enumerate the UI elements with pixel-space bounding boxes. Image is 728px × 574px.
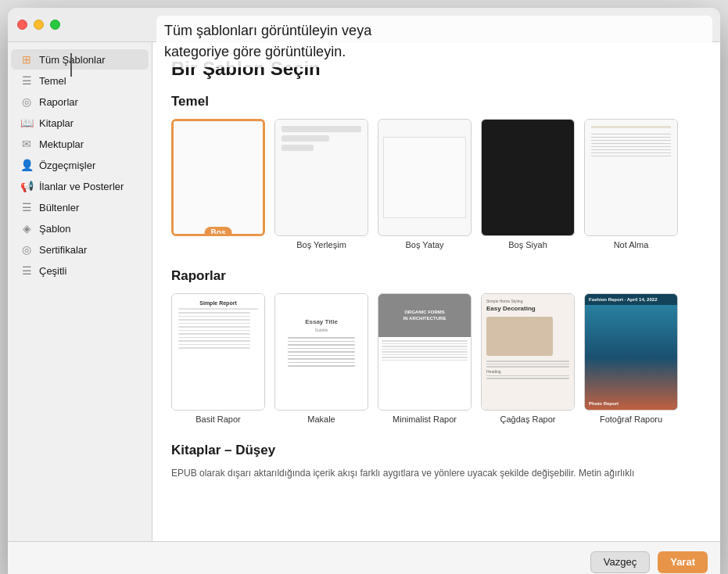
books-section-title: Kitaplar – Düşey	[171, 443, 701, 458]
sidebar-item-posters[interactable]: 📢 İlanlar ve Posterler	[11, 176, 149, 196]
photo-bg: Photo Report	[585, 305, 677, 410]
sidebar-label-basic: Temel	[39, 75, 66, 87]
note-line-4	[591, 143, 671, 144]
template-essay[interactable]: Essay Title Subtitle	[274, 293, 368, 424]
sidebar: ⊞ Tüm Şablonlar ☰ Temel ◎ Raporlar 📖 Kit…	[8, 42, 152, 541]
blank-landscape-label: Boş Yatay	[405, 240, 443, 249]
essay-line-7	[288, 358, 356, 360]
note-line-3	[591, 140, 671, 141]
essay-line-8	[288, 362, 356, 364]
traffic-lights	[17, 20, 60, 30]
template-icon: ◈	[20, 222, 33, 235]
photo-report-thumb[interactable]: Fashion Report · April 14, 2022 Photo Re…	[584, 293, 678, 411]
sidebar-item-books[interactable]: 📖 Kitaplar	[11, 113, 149, 133]
template-minimalist[interactable]: ORGANIC FORMSIN ARCHITECTURE	[378, 293, 472, 424]
simple-report-title-text: Simple Report	[178, 300, 258, 306]
sidebar-item-stationery[interactable]: ◈ Şablon	[11, 218, 149, 239]
note-taking-label: Not Alma	[614, 240, 649, 249]
photo-report-preview: Fashion Report · April 14, 2022 Photo Re…	[585, 294, 677, 410]
essay-thumb[interactable]: Essay Title Subtitle	[274, 293, 368, 411]
minimalist-thumb[interactable]: ORGANIC FORMSIN ARCHITECTURE	[378, 293, 472, 411]
main-layout: ⊞ Tüm Şablonlar ☰ Temel ◎ Raporlar 📖 Kit…	[8, 42, 720, 541]
news-icon: ☰	[20, 201, 33, 213]
essay-line-2	[288, 341, 356, 343]
minimize-button[interactable]	[34, 20, 44, 30]
layout-line-2	[282, 135, 329, 142]
sidebar-item-basic[interactable]: ☰ Temel	[11, 70, 149, 91]
modern-label: Çağdaş Rapor	[500, 414, 556, 424]
dec-line-1	[486, 361, 569, 362]
basic-section: Temel Boş	[171, 94, 701, 249]
min-line-6	[382, 354, 468, 356]
sidebar-item-misc[interactable]: ☰ Çeşitli	[11, 260, 149, 281]
blank-layout-thumb[interactable]	[274, 119, 368, 236]
template-blank-layout[interactable]: Boş Yerleşim	[274, 119, 368, 249]
essay-line-3	[288, 344, 356, 346]
cancel-button[interactable]: Vazgeç	[590, 551, 650, 573]
template-simple-report[interactable]: Simple Report	[171, 293, 265, 424]
min-line-7	[382, 357, 468, 358]
blank-layout-label: Boş Yerleşim	[296, 240, 346, 249]
basic-section-title: Temel	[171, 94, 701, 109]
main-window: Tüm şablonları görüntüleyin veya kategor…	[8, 8, 720, 574]
blank-thumb[interactable]: Boş	[171, 119, 265, 236]
note-header-line	[591, 126, 671, 128]
landscape-preview	[383, 137, 466, 218]
megaphone-icon: 📢	[20, 180, 33, 192]
doc-icon: ☰	[20, 74, 33, 87]
template-blank-landscape[interactable]: Boş Yatay	[378, 119, 472, 249]
cert-icon: ◎	[20, 243, 33, 256]
template-note-taking[interactable]: Not Alma	[584, 119, 678, 249]
template-modern[interactable]: Simple Home Styling Easy Decorating Head…	[481, 293, 575, 424]
sr-line-12	[178, 347, 250, 349]
sidebar-item-certs[interactable]: ◎ Sertifikalar	[11, 239, 149, 260]
close-button[interactable]	[17, 20, 27, 30]
dec-small-text: Simple Home Styling	[486, 299, 569, 303]
note-preview	[585, 120, 677, 235]
dec-line-4	[486, 375, 569, 377]
sidebar-label-certs: Sertifikalar	[39, 244, 87, 256]
misc-icon: ☰	[20, 264, 33, 277]
blank-black-label: Boş Siyah	[508, 240, 547, 249]
sr-line-2	[178, 312, 250, 314]
note-thumb[interactable]	[584, 119, 678, 236]
photo-report-label: Fotoğraf Raporu	[600, 414, 662, 424]
note-line-6	[591, 149, 671, 150]
sidebar-label-reports: Raporlar	[39, 96, 78, 108]
note-line-5	[591, 146, 671, 147]
sr-line-10	[178, 340, 250, 342]
book-icon: 📖	[20, 117, 33, 129]
simple-report-thumb[interactable]: Simple Report	[171, 293, 265, 411]
sidebar-label-resumes: Özgeçmişler	[39, 160, 95, 171]
essay-subtitle: Subtitle	[315, 328, 328, 332]
template-blank[interactable]: Boş	[171, 119, 265, 249]
zoom-button[interactable]	[50, 20, 60, 30]
titlebar	[8, 8, 720, 42]
reports-section: Raporlar Simple Report	[171, 268, 701, 424]
sr-line-11	[178, 344, 250, 346]
note-line-7	[591, 152, 671, 153]
sidebar-label-all: Tüm Şablonlar	[39, 54, 106, 66]
grid-icon: ⊞	[20, 53, 33, 66]
min-line-4	[382, 349, 468, 350]
template-photo-report[interactable]: Fashion Report · April 14, 2022 Photo Re…	[584, 293, 678, 424]
template-blank-black[interactable]: Boş Siyah	[481, 119, 575, 249]
books-section: Kitaplar – Düşey EPUB olarak dışarı akta…	[171, 443, 701, 479]
photo-header-bar: Fashion Report · April 14, 2022	[585, 294, 677, 305]
note-line-2	[591, 137, 671, 138]
sidebar-item-newsletters[interactable]: ☰ Bültenler	[11, 197, 149, 217]
sidebar-item-reports[interactable]: ◎ Raporlar	[11, 91, 149, 112]
essay-line-9	[288, 365, 356, 367]
sr-line-5	[178, 323, 250, 325]
decorating-preview: Simple Home Styling Easy Decorating Head…	[482, 294, 574, 410]
blank-black-thumb[interactable]	[481, 119, 575, 236]
sidebar-item-resumes[interactable]: 👤 Özgeçmişler	[11, 155, 149, 175]
sidebar-item-letters[interactable]: ✉ Mektuplar	[11, 134, 149, 154]
sidebar-item-all[interactable]: ⊞ Tüm Şablonlar	[11, 49, 149, 70]
blank-landscape-thumb[interactable]	[378, 119, 472, 236]
minimalist-label: Minimalist Rapor	[393, 414, 457, 424]
create-button[interactable]: Yarat	[658, 551, 708, 573]
modern-thumb[interactable]: Simple Home Styling Easy Decorating Head…	[481, 293, 575, 411]
dec-line-2	[486, 364, 569, 365]
note-line-1	[591, 134, 671, 135]
